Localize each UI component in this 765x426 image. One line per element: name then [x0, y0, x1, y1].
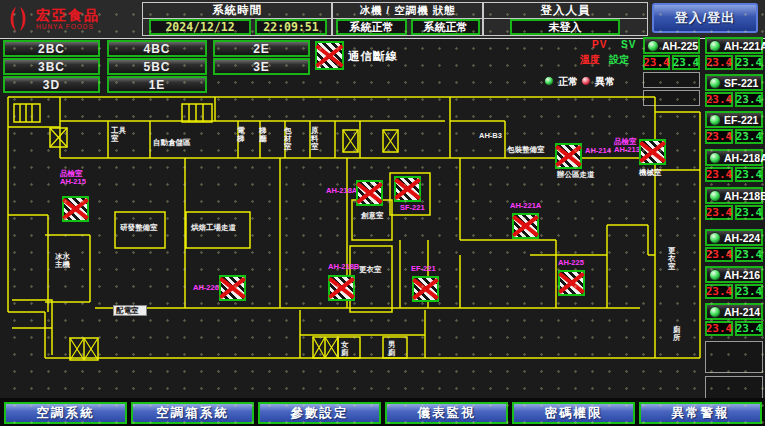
- room-label-4: 包材室: [284, 127, 293, 151]
- plan-unit-AH-225[interactable]: [558, 270, 585, 296]
- room-label-17: 更衣室: [668, 247, 677, 271]
- room-label-2: 電梯: [237, 127, 246, 143]
- abnormal-label: 異常: [595, 75, 615, 89]
- plan-unit-AH-213[interactable]: [639, 139, 666, 165]
- hvac-hmi-screen: 宏亞食品 HUNYA FOODS 系統時間 2024/12/12 22:09:5…: [0, 0, 765, 426]
- room-label-13: 創意室: [361, 212, 385, 220]
- room-label-1: 自動倉儲區: [153, 139, 203, 147]
- plan-unit-label-line: AH-218B: [328, 263, 359, 271]
- room-label-5: 原料室: [311, 127, 320, 151]
- sv-label: SV: [621, 39, 636, 50]
- plan-unit-AH-218A[interactable]: [356, 180, 383, 206]
- temp-label: 溫度: [580, 53, 600, 67]
- room-label-8: 辦公區走道: [557, 171, 599, 179]
- setpoint-label: 設定: [609, 53, 629, 67]
- plan-unit-label-AH-214: AH-214: [585, 147, 611, 155]
- plan-unit-label-line: SF-221: [400, 204, 425, 212]
- plan-unit-label-AH-218A: AH-218A: [326, 187, 357, 195]
- plan-unit-AH-218B[interactable]: [328, 275, 355, 301]
- plan-unit-label-AH-215: 品檢室AH-215: [60, 170, 86, 186]
- room-label-0: 工具室: [111, 127, 129, 143]
- plan-unit-label-AH-213: 品檢室AH-213: [614, 138, 640, 154]
- plan-unit-label-EF-221: EF-221: [411, 265, 436, 273]
- plan-unit-label-line: AH-225: [558, 259, 584, 267]
- plan-unit-label-line: AH-218A: [326, 187, 357, 195]
- room-label-11: 烘焙工場走道: [191, 224, 243, 232]
- plan-unit-AH-226[interactable]: [219, 275, 246, 301]
- plan-unit-label-AH-221A: AH-221A: [510, 202, 541, 210]
- plan-unit-label-line: AH-215: [60, 178, 86, 186]
- plan-unit-label-line: AH-226: [193, 284, 219, 292]
- comm-loss-legend-icon: [315, 41, 344, 70]
- room-label-16: 男廁: [388, 341, 397, 357]
- normal-label: 正常: [558, 75, 578, 89]
- room-label-6: AH-B3: [479, 132, 507, 140]
- room-label-18: 廁所: [673, 326, 682, 342]
- room-label-9: 機械室: [639, 169, 665, 177]
- room-label-14: 更衣室: [359, 266, 385, 274]
- comm-loss-legend-label: 通信斷線: [348, 49, 398, 64]
- plan-unit-label-line: AH-221A: [510, 202, 541, 210]
- room-label-10: 研發整備室: [120, 224, 162, 232]
- room-label-19: 配電室: [113, 305, 147, 316]
- plan-unit-label-AH-225: AH-225: [558, 259, 584, 267]
- plan-unit-label-line: EF-221: [411, 265, 436, 273]
- room-label-7: 包裝整備室: [507, 146, 557, 154]
- plan-unit-label-AH-226: AH-226: [193, 284, 219, 292]
- plan-unit-SF-221[interactable]: [394, 176, 421, 202]
- plan-unit-label-AH-218B: AH-218B: [328, 263, 359, 271]
- room-label-3: 梯廳: [259, 127, 268, 143]
- plan-unit-AH-221A[interactable]: [512, 213, 539, 239]
- pv-label: PV: [592, 39, 607, 50]
- room-label-12: 冰水主機: [55, 253, 72, 269]
- plan-unit-label-line: AH-214: [585, 147, 611, 155]
- plan-unit-EF-221[interactable]: [412, 276, 439, 302]
- plan-unit-label-line: AH-213: [614, 146, 640, 154]
- room-label-15: 女廁: [341, 341, 350, 357]
- plan-unit-label-SF-221: SF-221: [400, 204, 425, 212]
- plan-unit-AH-214[interactable]: [555, 143, 582, 169]
- plan-unit-AH-215[interactable]: [62, 196, 89, 222]
